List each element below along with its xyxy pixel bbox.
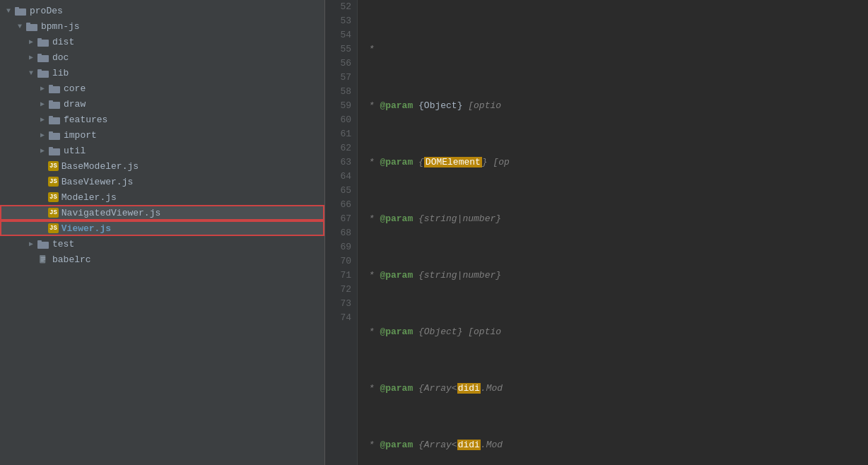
folder-icon: [14, 6, 27, 16]
tree-label: util: [64, 146, 86, 156]
code-line-52: *: [363, 42, 868, 57]
tree-label: test: [52, 239, 74, 249]
folder-icon: [48, 146, 61, 155]
tree-label: babelrc: [52, 254, 91, 265]
tree-label: Modeler.js: [61, 192, 117, 203]
tree-item-Viewer[interactable]: JS Viewer.js: [0, 220, 324, 236]
tree-label: Viewer.js: [61, 223, 111, 234]
svg-rect-0: [15, 8, 26, 16]
svg-rect-6: [37, 55, 49, 62]
svg-rect-14: [49, 117, 60, 124]
tree-label: doc: [52, 52, 69, 63]
tree-item-BaseViewer[interactable]: JS BaseViewer.js: [0, 174, 324, 189]
svg-rect-17: [49, 131, 53, 134]
tree-label: lib: [52, 68, 69, 78]
folder-icon: [37, 37, 49, 47]
svg-rect-21: [37, 240, 42, 242]
expand-arrow: [37, 131, 48, 139]
svg-rect-9: [37, 69, 42, 71]
tree-item-core[interactable]: core: [0, 81, 324, 96]
svg-rect-19: [49, 147, 53, 149]
tree-item-features[interactable]: features: [0, 112, 324, 127]
folder-icon: [37, 68, 49, 78]
svg-rect-12: [49, 102, 60, 109]
tree-item-test[interactable]: test: [0, 236, 324, 252]
code-line-59: * @param {Array<didi.Mod: [363, 438, 868, 452]
js-badge: JS: [48, 161, 59, 171]
tree-label: core: [64, 83, 86, 94]
svg-rect-15: [49, 116, 53, 118]
svg-rect-7: [37, 54, 42, 56]
tree-item-doc[interactable]: doc: [0, 49, 324, 65]
tree-item-NavigatedViewer[interactable]: JS NavigatedViewer.js: [0, 205, 324, 220]
js-badge: JS: [48, 192, 59, 202]
tree-item-dist[interactable]: dist: [0, 34, 324, 49]
expand-arrow: [25, 240, 37, 248]
tree-item-babelrc[interactable]: babelrc: [0, 252, 324, 267]
code-line-55: * @param {string|number}: [363, 212, 868, 226]
folder-icon: [25, 21, 38, 31]
svg-rect-18: [49, 148, 60, 155]
code-line-53: * @param {Object} [optio: [363, 99, 868, 113]
expand-arrow: [37, 146, 48, 155]
svg-rect-20: [37, 242, 49, 249]
expand-arrow: [25, 37, 37, 46]
svg-rect-2: [26, 24, 37, 31]
svg-rect-4: [37, 40, 49, 47]
tree-item-proDes[interactable]: proDes: [0, 3, 324, 18]
svg-rect-1: [15, 7, 19, 9]
expand-arrow: [25, 53, 37, 61]
tree-label: BaseViewer.js: [61, 177, 133, 187]
tree-label: proDes: [30, 6, 63, 16]
svg-rect-3: [26, 23, 30, 25]
folder-icon: [48, 114, 61, 124]
tree-label: NavigatedViewer.js: [61, 208, 160, 218]
file-icon: [37, 254, 49, 264]
code-line-57: * @param {Object} [optio: [363, 325, 868, 339]
code-lines: * * @param {Object} [optio * @param {DOM…: [358, 0, 868, 465]
tree-label: import: [64, 130, 97, 141]
folder-icon: [48, 99, 61, 109]
tree-label: dist: [52, 37, 74, 47]
svg-rect-8: [37, 71, 49, 78]
svg-rect-11: [49, 85, 53, 87]
tree-item-bpmn-js[interactable]: bpmn-js: [0, 18, 324, 34]
tree-item-import[interactable]: import: [0, 127, 324, 143]
tree-label: BaseModeler.js: [61, 161, 139, 172]
code-line-54: * @param {DOMElement} [op: [363, 155, 868, 170]
expand-arrow: [37, 115, 48, 124]
folder-icon: [37, 239, 49, 249]
expand-arrow: [3, 7, 14, 15]
file-tree[interactable]: proDes bpmn-js dist: [0, 0, 325, 465]
svg-rect-10: [49, 86, 60, 93]
expand-arrow: [37, 84, 48, 93]
expand-arrow: [25, 69, 37, 77]
folder-icon: [48, 130, 61, 140]
code-line-58: * @param {Array<didi.Mod: [363, 382, 868, 396]
folder-icon: [48, 83, 61, 93]
line-numbers: 52 53 54 55 56 57 58 59 60 61 62 63 64 6…: [325, 0, 358, 465]
tree-item-BaseModeler[interactable]: JS BaseModeler.js: [0, 158, 324, 174]
tree-item-lib[interactable]: lib: [0, 65, 324, 81]
js-badge: JS: [48, 223, 59, 233]
tree-item-Modeler[interactable]: JS Modeler.js: [0, 189, 324, 205]
folder-icon: [37, 52, 49, 62]
expand-arrow: [37, 100, 48, 108]
tree-item-util[interactable]: util: [0, 143, 324, 158]
tree-item-draw[interactable]: draw: [0, 96, 324, 112]
tree-label: draw: [64, 99, 86, 110]
svg-rect-5: [37, 38, 42, 40]
tree-label: features: [64, 114, 107, 125]
js-badge: JS: [48, 208, 59, 218]
js-badge: JS: [48, 177, 59, 187]
svg-rect-16: [49, 133, 60, 140]
svg-rect-13: [49, 100, 53, 102]
expand-arrow: [14, 23, 25, 30]
code-editor[interactable]: 52 53 54 55 56 57 58 59 60 61 62 63 64 6…: [325, 0, 868, 465]
code-line-56: * @param {string|number}: [363, 269, 868, 283]
tree-label: bpmn-js: [41, 21, 80, 32]
